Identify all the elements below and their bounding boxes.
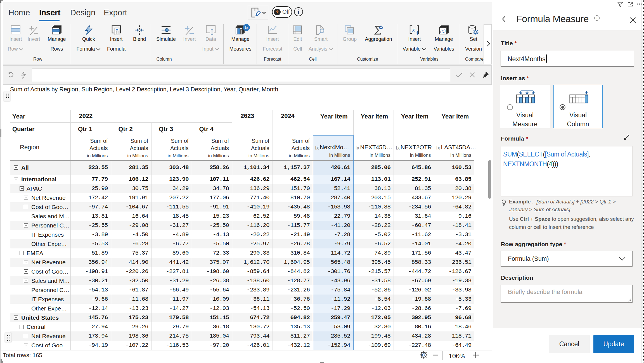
svg-text:x: x	[412, 26, 415, 33]
svg-text:(x): (x)	[440, 29, 446, 34]
